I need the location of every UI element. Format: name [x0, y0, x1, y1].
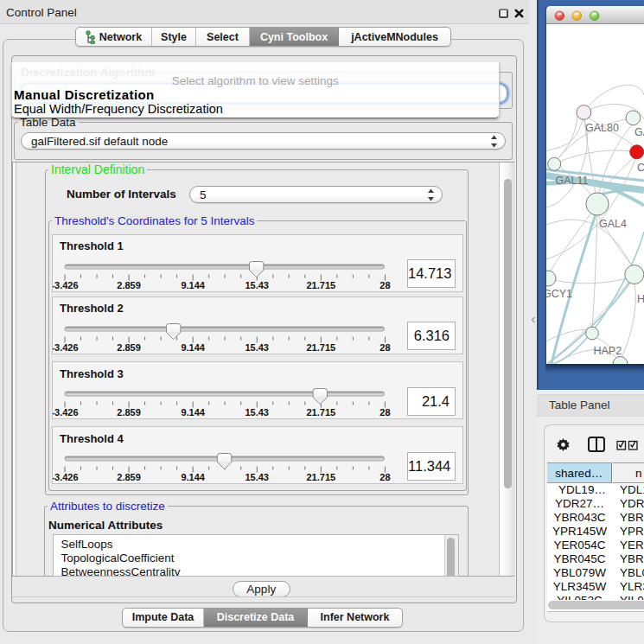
svg-text:2.859: 2.859 [117, 472, 141, 482]
svg-text:-3.426: -3.426 [53, 342, 79, 353]
svg-text:GAL80: GAL80 [585, 122, 619, 134]
svg-text:9.144: 9.144 [181, 472, 205, 482]
svg-text:GAL11: GAL11 [556, 175, 589, 187]
svg-text:21.715: 21.715 [306, 280, 335, 290]
svg-text:2.859: 2.859 [117, 407, 141, 418]
svg-text:GAL4: GAL4 [599, 218, 627, 230]
svg-text:15.43: 15.43 [245, 342, 269, 353]
svg-text:9.144: 9.144 [181, 280, 205, 290]
svg-text:2.859: 2.859 [117, 342, 141, 353]
svg-text:21.715: 21.715 [306, 472, 335, 482]
svg-text:15.43: 15.43 [245, 407, 269, 418]
svg-text:15.43: 15.43 [245, 280, 269, 290]
svg-text:21.715: 21.715 [306, 342, 335, 353]
svg-text:15.43: 15.43 [245, 472, 269, 482]
svg-text:GA: GA [634, 126, 644, 138]
svg-text:HAP2: HAP2 [594, 345, 622, 357]
svg-text:GCY1: GCY1 [546, 288, 572, 300]
svg-text:C: C [637, 162, 644, 174]
svg-text:28: 28 [379, 342, 390, 353]
svg-text:28: 28 [379, 472, 390, 482]
svg-text:-3.426: -3.426 [53, 472, 79, 482]
svg-text:28: 28 [379, 407, 390, 418]
svg-text:9.144: 9.144 [181, 342, 205, 353]
svg-text:H: H [637, 293, 644, 305]
svg-text:9.144: 9.144 [181, 407, 205, 418]
svg-text:-3.426: -3.426 [53, 280, 79, 290]
svg-text:28: 28 [379, 280, 390, 290]
svg-text:2.859: 2.859 [117, 280, 141, 290]
svg-text:-3.426: -3.426 [53, 407, 79, 418]
svg-text:21.715: 21.715 [306, 407, 335, 418]
